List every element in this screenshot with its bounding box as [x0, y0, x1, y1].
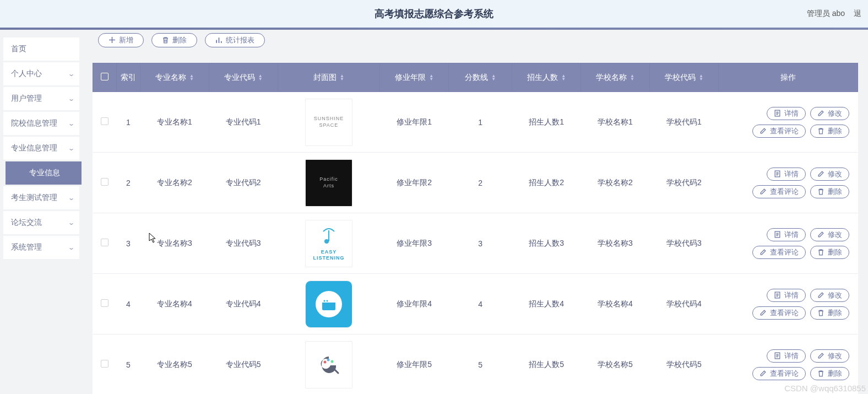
column-major-label[interactable]: 专业名称 [155, 73, 186, 82]
sidebar-item[interactable]: 院校信息管理⌄ [3, 112, 79, 135]
cell-index: 1 [117, 92, 140, 153]
sort-icon[interactable]: ▲▼ [491, 74, 496, 81]
edit-button[interactable]: 修改 [810, 107, 849, 120]
sidebar-item[interactable]: 专业信息管理⌄ [3, 137, 79, 160]
sidebar-item-label: 用户管理 [11, 94, 42, 104]
sidebar-item[interactable]: 用户管理⌄ [3, 87, 79, 110]
row-delete-button[interactable]: 删除 [810, 306, 849, 320]
sidebar-item[interactable]: 首页⌄ [3, 37, 79, 61]
row-checkbox[interactable] [101, 299, 109, 307]
chevron-down-icon: ⌄ [68, 144, 75, 152]
column-index-label[interactable]: 索引 [121, 73, 136, 82]
svg-point-2 [324, 239, 329, 244]
sidebar-item[interactable]: 考生测试管理⌄ [3, 186, 79, 209]
detail-button[interactable]: 详情 [767, 168, 806, 181]
row-delete-button[interactable]: 删除 [810, 246, 849, 259]
pen-icon [817, 170, 824, 177]
main-panel: 新增 删除 统计报表 [83, 30, 868, 394]
delete-button[interactable]: 删除 [151, 33, 197, 47]
chevron-down-icon: ⌄ [68, 120, 75, 127]
row-delete-button[interactable]: 删除 [810, 185, 849, 198]
chevron-down-icon: ⌄ [68, 95, 75, 102]
review-button[interactable]: 查看评论 [752, 367, 806, 380]
cell-school-code: 学校代码4 [649, 274, 718, 334]
edit-button[interactable]: 修改 [810, 228, 849, 241]
cell-code: 专业代码5 [209, 334, 278, 395]
row-checkbox[interactable] [101, 117, 109, 125]
sidebar-item-label: 系统管理 [11, 242, 42, 252]
sort-icon[interactable]: ▲▼ [561, 74, 566, 81]
report-button[interactable]: 统计报表 [205, 33, 265, 47]
cell-index: 5 [117, 334, 140, 395]
column-enroll: 招生人数▲▼ [512, 63, 581, 92]
column-checkbox[interactable] [93, 63, 117, 92]
column-years-label[interactable]: 修业年限 [395, 73, 426, 82]
barchart-icon [215, 36, 223, 44]
detail-button[interactable]: 详情 [767, 107, 806, 120]
cover-thumb: SUNSHINESPACE [305, 99, 352, 146]
column-cover-label[interactable]: 封面图 [313, 73, 337, 82]
sidebar-item[interactable]: 系统管理⌄ [3, 236, 79, 259]
row-ops: 详情修改查看评论删除 [721, 168, 854, 198]
table-row: 5专业名称5专业代码5修业年限55招生人数5学校名称5学校代码5详情修改查看评论… [93, 334, 858, 395]
cell-code: 专业代码1 [209, 92, 278, 153]
cell-major: 专业名称4 [140, 274, 209, 334]
sidebar-item[interactable]: 论坛交流⌄ [3, 211, 79, 234]
row-checkbox[interactable] [101, 360, 109, 368]
column-years: 修业年限▲▼ [380, 63, 449, 92]
doc-icon [774, 110, 781, 117]
cell-index: 4 [117, 274, 140, 334]
column-school-code: 学校代码▲▼ [649, 63, 718, 92]
review-button[interactable]: 查看评论 [752, 246, 806, 259]
add-button[interactable]: 新增 [98, 33, 144, 47]
detail-button[interactable]: 详情 [767, 289, 806, 302]
sidebar-item[interactable]: 个人中心⌄ [3, 62, 79, 85]
table-row: 1专业名称1专业代码1SUNSHINESPACE修业年限11招生人数1学校名称1… [93, 92, 858, 153]
trash-icon [817, 370, 824, 377]
row-checkbox[interactable] [101, 239, 109, 246]
chevron-down-icon: ⌄ [68, 70, 75, 78]
column-enroll-label[interactable]: 招生人数 [527, 73, 558, 82]
sort-icon[interactable]: ▲▼ [630, 74, 634, 81]
sort-icon[interactable]: ▲▼ [699, 74, 703, 81]
review-button[interactable]: 查看评论 [752, 125, 806, 138]
toolbar: 新增 删除 统计报表 [93, 33, 858, 53]
cell-enroll: 招生人数3 [512, 213, 581, 274]
sort-icon[interactable]: ▲▼ [189, 74, 194, 81]
username-label[interactable]: 管理员 abo [807, 9, 845, 19]
edit-button[interactable]: 修改 [810, 289, 849, 302]
sidebar-item-label: 论坛交流 [11, 218, 42, 228]
sort-icon[interactable]: ▲▼ [340, 74, 344, 81]
sort-icon[interactable]: ▲▼ [258, 74, 263, 81]
chevron-down-icon: ⌄ [68, 219, 75, 226]
cell-school-code: 学校代码3 [649, 213, 718, 274]
row-delete-button[interactable]: 删除 [810, 367, 849, 380]
doc-icon [774, 231, 781, 238]
column-cover: 封面图▲▼ [278, 63, 379, 92]
column-code-label[interactable]: 专业代码 [224, 73, 255, 82]
detail-button[interactable]: 详情 [767, 228, 806, 241]
cell-score: 2 [449, 153, 512, 213]
detail-button[interactable]: 详情 [767, 349, 806, 363]
sidebar-item[interactable]: 专业信息⌄ [6, 161, 82, 185]
logout-link[interactable]: 退 [854, 9, 861, 19]
pen-icon [760, 309, 767, 316]
sidebar-item-label: 专业信息管理 [11, 143, 57, 153]
column-score-label[interactable]: 分数线 [465, 73, 488, 82]
sidebar-item-label: 个人中心 [11, 69, 42, 79]
row-delete-button[interactable]: 删除 [810, 125, 849, 138]
column-school-code-label[interactable]: 学校代码 [665, 73, 696, 82]
page-title: 高考填报志愿综合参考系统 [375, 7, 493, 20]
pen-icon [760, 127, 767, 134]
row-checkbox[interactable] [101, 178, 109, 186]
review-button[interactable]: 查看评论 [752, 185, 806, 198]
edit-button[interactable]: 修改 [810, 168, 849, 181]
edit-button[interactable]: 修改 [810, 349, 849, 363]
select-all-checkbox[interactable] [101, 73, 109, 80]
cell-enroll: 招生人数2 [512, 153, 581, 213]
review-button[interactable]: 查看评论 [752, 306, 806, 320]
column-school-label[interactable]: 学校名称 [596, 73, 627, 82]
cell-enroll: 招生人数1 [512, 92, 581, 153]
sort-icon[interactable]: ▲▼ [429, 74, 433, 81]
column-index: 索引 [117, 63, 140, 92]
